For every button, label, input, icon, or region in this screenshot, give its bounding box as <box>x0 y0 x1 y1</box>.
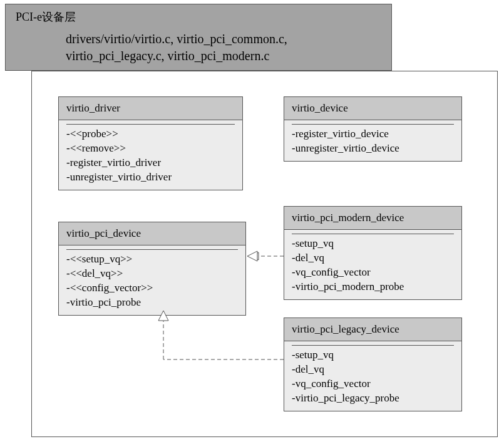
header-title: PCI-e设备层 <box>16 9 381 24</box>
class-item: -unregister_virtio_driver <box>66 170 235 185</box>
class-title: virtio_pci_device <box>59 222 245 245</box>
class-item: -setup_vq <box>292 237 454 251</box>
class-item: -del_vq <box>292 251 454 266</box>
class-item: -virtio_pci_probe <box>66 296 238 310</box>
class-item: -virtio_pci_modern_probe <box>292 280 454 294</box>
divider <box>292 345 454 346</box>
class-virtio-pci-legacy: virtio_pci_legacy_device -setup_vq -del_… <box>284 318 462 411</box>
divider <box>66 124 235 125</box>
divider <box>292 124 454 125</box>
class-item: -<<setup_vq>> <box>66 252 238 267</box>
class-item: -<<remove>> <box>66 142 235 156</box>
class-title: virtio_pci_modern_device <box>284 207 461 230</box>
class-item: -register_virtio_driver <box>66 156 235 170</box>
class-item: -<<del_vq>> <box>66 267 238 281</box>
class-item: -del_vq <box>292 363 454 377</box>
class-virtio-pci-modern: virtio_pci_modern_device -setup_vq -del_… <box>284 206 462 300</box>
class-item: -setup_vq <box>292 348 454 363</box>
class-title: virtio_device <box>284 97 461 120</box>
class-virtio-driver: virtio_driver -<<probe>> -<<remove>> -re… <box>58 96 243 190</box>
main-container: virtio_driver -<<probe>> -<<remove>> -re… <box>31 71 498 437</box>
class-body: -<<setup_vq>> -<<del_vq>> -<<config_vect… <box>59 245 245 315</box>
header-files-line2: virtio_pci_legacy.c, virtio_pci_modern.c <box>66 48 381 65</box>
class-title: virtio_pci_legacy_device <box>284 318 461 341</box>
class-item: -virtio_pci_legacy_probe <box>292 391 454 406</box>
class-item: -<<config_vector>> <box>66 281 238 296</box>
header-files-line1: drivers/virtio/virtio.c, virtio_pci_comm… <box>66 31 381 48</box>
class-title: virtio_driver <box>59 97 242 120</box>
class-item: -vq_config_vector <box>292 377 454 391</box>
svg-marker-2 <box>247 251 257 261</box>
class-body: -<<probe>> -<<remove>> -register_virtio_… <box>59 120 242 190</box>
class-virtio-device: virtio_device -register_virtio_device -u… <box>284 96 462 162</box>
divider <box>66 249 238 250</box>
class-item: -register_virtio_device <box>292 127 454 142</box>
class-item: -<<probe>> <box>66 127 235 142</box>
svg-marker-1 <box>251 252 259 260</box>
class-body: -register_virtio_device -unregister_virt… <box>284 120 461 161</box>
class-body: -setup_vq -del_vq -vq_config_vector -vir… <box>284 341 461 411</box>
class-virtio-pci-device: virtio_pci_device -<<setup_vq>> -<<del_v… <box>58 222 246 316</box>
header-box: PCI-e设备层 drivers/virtio/virtio.c, virtio… <box>5 4 392 71</box>
class-item: -vq_config_vector <box>292 266 454 280</box>
header-files: drivers/virtio/virtio.c, virtio_pci_comm… <box>16 31 381 65</box>
class-item: -unregister_virtio_device <box>292 142 454 156</box>
divider <box>292 234 454 234</box>
class-body: -setup_vq -del_vq -vq_config_vector -vir… <box>284 230 461 299</box>
